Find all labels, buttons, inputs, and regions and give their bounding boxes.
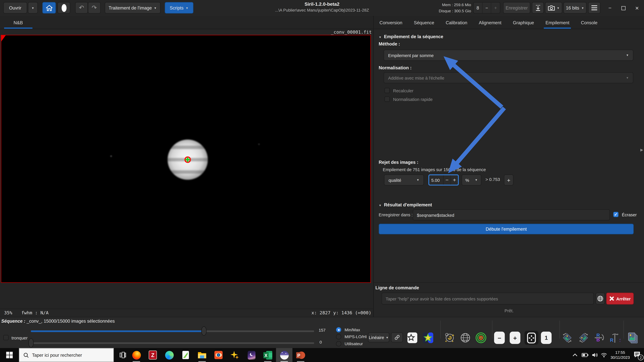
panel-resize-handle[interactable]: ▶ — [640, 148, 643, 152]
zoom-out-button[interactable]: − — [494, 332, 505, 344]
command-help-button[interactable] — [596, 293, 605, 305]
zotero-icon: Z — [148, 351, 157, 360]
photometry-button[interactable] — [475, 332, 487, 344]
stacking-section-header[interactable]: Empilement de la séquence — [379, 34, 443, 39]
open-button[interactable]: Ouvrir — [3, 2, 27, 13]
hamburger-menu-button[interactable] — [588, 2, 600, 13]
link-channels-button[interactable] — [391, 333, 403, 342]
flip-horizontal-button[interactable]: R R — [609, 332, 621, 344]
result-filename-input[interactable]: $seqname$stacked — [413, 209, 610, 220]
taskbar-search[interactable]: Taper ici pour rechercher — [19, 348, 114, 362]
open-dropdown-button[interactable]: ▼ — [28, 2, 38, 13]
tab-stacking[interactable]: Empilement — [540, 16, 575, 29]
minus-icon[interactable]: − — [443, 175, 450, 185]
command-input[interactable]: Taper "help" pour avoir la liste des com… — [382, 293, 594, 305]
resources-info: Mem : 259.6 Mio Disque : 300.5 Gio — [439, 1, 471, 14]
taskbar-editor[interactable] — [178, 348, 194, 362]
working-directory: ...\A Publier\avec Manu\jupiter\CapObj\2… — [240, 7, 404, 13]
add-criterion-button[interactable]: + — [504, 174, 514, 186]
rejection-amount-spinner[interactable]: 5.00 − + — [428, 174, 459, 186]
close-button[interactable]: × — [630, 0, 644, 16]
start-stacking-button[interactable]: Débute l'empilement — [379, 224, 634, 234]
task-view-button[interactable] — [116, 348, 130, 362]
save-as-button[interactable] — [532, 2, 544, 13]
overwrite-checkbox[interactable]: ✓ Écraser — [613, 212, 637, 217]
plus-icon[interactable]: + — [491, 2, 500, 13]
start-button[interactable] — [0, 348, 19, 362]
tab-graph[interactable]: Graphique — [507, 16, 540, 29]
taskbar-zotero[interactable]: Z — [144, 348, 161, 362]
plus-icon[interactable]: + — [450, 175, 458, 185]
rotate-right-button[interactable] — [578, 332, 590, 344]
taskbar-image-viewer[interactable] — [210, 348, 227, 362]
snapshot-button[interactable]: ▼ — [545, 2, 562, 13]
star-detection-button[interactable] — [406, 332, 418, 344]
taskbar-stellarium[interactable] — [243, 348, 260, 362]
bit-depth-button[interactable]: 16 bits ▼ — [564, 2, 586, 13]
low-slider[interactable] — [31, 342, 314, 344]
minimize-button[interactable]: − — [603, 0, 617, 16]
home-button[interactable] — [42, 2, 56, 13]
taskbar-siril-active[interactable] — [276, 348, 292, 362]
taskbar-excel[interactable]: X — [260, 348, 276, 362]
image-stack-icon — [627, 332, 639, 344]
taskbar-edge[interactable] — [161, 348, 178, 362]
method-combobox[interactable]: Empilement par somme ▼ — [384, 50, 633, 61]
criterion-combobox[interactable]: qualité ▼ — [384, 174, 424, 186]
result-section-header[interactable]: Résultat d'empilement — [379, 202, 432, 207]
fast-normalisation-checkbox[interactable]: Normalisation rapide — [384, 96, 433, 102]
tab-conversion[interactable]: Conversion — [374, 16, 408, 29]
high-slider-handle[interactable] — [201, 326, 206, 336]
low-slider-handle[interactable] — [28, 338, 34, 348]
radio-mips[interactable]: MIPS-LO/HI — [336, 334, 367, 339]
tab-sequence[interactable]: Séquence — [408, 16, 440, 29]
taskbar-powerpoint[interactable]: P — [292, 348, 309, 362]
annotations-button[interactable] — [459, 332, 472, 344]
zoom-one-button[interactable]: 1 — [541, 332, 552, 344]
tray-battery[interactable] — [580, 348, 590, 362]
astrometry-button[interactable] — [444, 332, 456, 344]
save-button[interactable]: Enregistrer — [503, 2, 530, 13]
minus-icon[interactable]: − — [482, 2, 491, 13]
eye-viewer-icon — [214, 351, 223, 360]
stop-button[interactable]: Arrêter — [606, 293, 634, 305]
redo-button[interactable]: ↷ — [88, 2, 101, 13]
normalisation-combobox[interactable]: Additive avec mise à l'échelle ▼ — [384, 72, 633, 83]
tray-wifi[interactable] — [599, 348, 608, 362]
notification-center-button[interactable]: 2 — [632, 348, 644, 362]
radio-user[interactable]: Utilisateur — [336, 341, 363, 346]
stop-x-icon — [609, 296, 614, 301]
scripts-menu-button[interactable]: Scripts ▼ — [165, 2, 193, 13]
stacking-panel: Conversion Séquence Calibration Aligneme… — [373, 16, 644, 317]
taskbar-firefox[interactable] — [128, 348, 144, 362]
tray-clock[interactable]: 17:55 30/11/2023 — [609, 348, 632, 362]
rejection-label: Rejet des images : — [379, 160, 418, 165]
tab-nb[interactable]: N&B — [0, 16, 36, 29]
rotate-left-button[interactable] — [561, 332, 573, 344]
maximize-button[interactable] — [616, 0, 630, 16]
recalculate-checkbox[interactable]: Recalculer — [384, 88, 414, 93]
window-title: Siril-1.2.0-beta2 ...\A Publier\avec Man… — [240, 1, 404, 13]
display-mode-combobox[interactable]: Linéaire ▼ — [368, 333, 389, 342]
tab-alignment[interactable]: Alignement — [473, 16, 507, 29]
sequence-list-button[interactable] — [626, 331, 640, 345]
taskbar-sparkles-app[interactable] — [227, 348, 243, 362]
radio-minmax[interactable]: Min/Max — [336, 327, 360, 332]
undo-button[interactable]: ↶ — [75, 2, 88, 13]
image-canvas[interactable] — [1, 35, 371, 283]
command-line-label: Ligne de commande — [376, 285, 419, 290]
tray-expand-button[interactable] — [570, 348, 580, 362]
image-processing-menu-button[interactable]: Traitement de l'image ▼ — [105, 2, 161, 13]
zoom-in-button[interactable]: + — [510, 332, 520, 344]
truncate-checkbox[interactable]: tronquer — [3, 335, 28, 340]
record-button[interactable] — [58, 2, 70, 13]
unit-combobox[interactable]: % ▼ — [462, 174, 482, 186]
tab-console[interactable]: Console — [575, 16, 603, 29]
flip-vertical-button[interactable]: R R — [593, 332, 605, 344]
tab-calibration[interactable]: Calibration — [440, 16, 473, 29]
threads-spinner[interactable]: 8 − + — [473, 2, 500, 13]
taskbar-explorer[interactable] — [194, 348, 210, 362]
tray-volume[interactable] — [590, 348, 600, 362]
fit-to-window-button[interactable] — [524, 331, 538, 345]
star-psf-button[interactable] — [422, 332, 434, 344]
